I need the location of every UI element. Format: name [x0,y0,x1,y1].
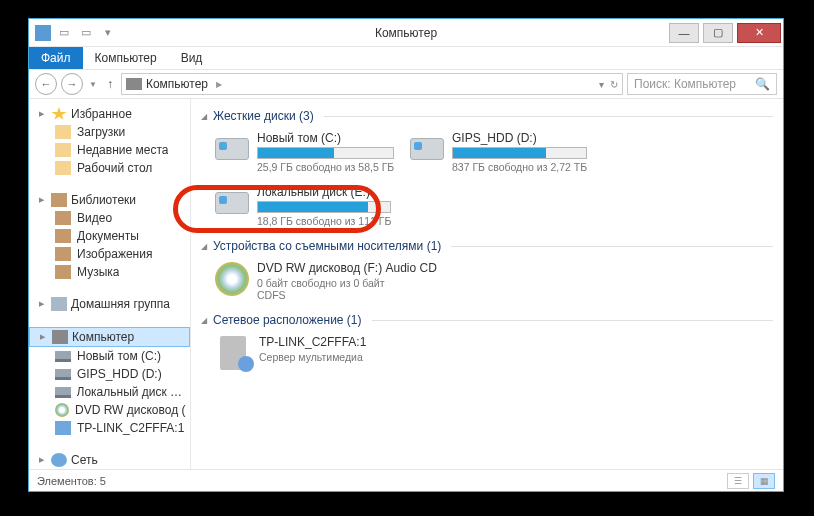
search-input[interactable]: Поиск: Компьютер 🔍 [627,73,777,95]
close-button[interactable]: ✕ [737,23,781,43]
expand-icon[interactable]: ▶ [39,300,47,308]
tab-computer[interactable]: Компьютер [83,47,169,69]
expand-icon[interactable]: ▶ [40,333,48,341]
hdd-icon [215,192,249,214]
window-title: Компьютер [375,26,437,40]
hdd-icon [410,138,444,160]
nav-forward-button[interactable]: → [61,73,83,95]
ribbon-tabs: Файл Компьютер Вид [29,47,783,69]
nav-favorites-header[interactable]: ▶ Избранное [29,105,190,123]
collapse-icon[interactable]: ◢ [201,112,207,121]
content-pane[interactable]: ◢ Жесткие диски (3) Новый том (C:) 25,9 … [191,99,783,469]
nav-item-videos[interactable]: Видео [29,209,190,227]
nav-item-tplink[interactable]: TP-LINK_C2FFFA:1 [29,419,190,437]
navigation-pane[interactable]: ▶ Избранное Загрузки Недавние места Рабо… [29,99,191,469]
star-icon [51,107,67,121]
capacity-bar [257,147,394,159]
group-label: Сетевое расположение (1) [213,313,362,327]
nav-computer-header[interactable]: ▶ Компьютер [29,327,190,347]
address-bar-row: ← → ▼ ↑ Компьютер ▶ ▾ ↻ Поиск: Компьютер… [29,69,783,99]
group-hdd-header[interactable]: ◢ Жесткие диски (3) [201,105,773,127]
computer-icon [126,78,142,90]
system-icon[interactable] [35,25,51,41]
capacity-bar [452,147,587,159]
view-details-button[interactable]: ☰ [727,473,749,489]
folder-icon [55,125,71,139]
address-bar[interactable]: Компьютер ▶ ▾ ↻ [121,73,623,95]
expand-icon[interactable]: ▶ [39,110,47,118]
breadcrumb[interactable]: Компьютер [146,77,208,91]
collapse-icon[interactable]: ◢ [201,316,207,325]
refresh-icon[interactable]: ↻ [610,79,618,90]
group-label: Устройства со съемными носителями (1) [213,239,441,253]
qat-properties-icon[interactable]: ▭ [55,24,73,42]
search-placeholder: Поиск: Компьютер [634,77,736,91]
optical-disc-icon [215,262,249,296]
drive-icon [55,369,71,380]
qat-newfolder-icon[interactable]: ▭ [77,24,95,42]
address-dropdown-icon[interactable]: ▾ [599,79,604,90]
titlebar[interactable]: ▭ ▭ ▾ Компьютер — ▢ ✕ [29,19,783,47]
statusbar: Элементов: 5 ☰ ▦ [29,469,783,491]
view-tiles-button[interactable]: ▦ [753,473,775,489]
drive-icon [55,351,71,362]
chevron-right-icon[interactable]: ▶ [212,80,226,89]
maximize-button[interactable]: ▢ [703,23,733,43]
capacity-bar [257,201,391,213]
nav-item-recent[interactable]: Недавние места [29,141,190,159]
expand-icon[interactable]: ▶ [39,456,47,464]
group-label: Жесткие диски (3) [213,109,314,123]
nav-item-desktop[interactable]: Рабочий стол [29,159,190,177]
nav-item-drive-e[interactable]: Локальный диск (E:) [29,383,190,401]
explorer-window: ▭ ▭ ▾ Компьютер — ▢ ✕ Файл Компьютер Вид… [28,18,784,492]
qat-dropdown-icon[interactable]: ▾ [99,24,117,42]
network-icon [51,453,67,467]
network-item-tplink[interactable]: TP-LINK_C2FFFA:1 Сервер мультимедиа [215,335,390,371]
computer-icon [52,330,68,344]
homegroup-icon [51,297,67,311]
picture-icon [55,247,71,261]
minimize-button[interactable]: — [669,23,699,43]
nav-item-drive-d[interactable]: GIPS_HDD (D:) [29,365,190,383]
folder-icon [55,143,71,157]
nav-item-documents[interactable]: Документы [29,227,190,245]
folder-icon [55,161,71,175]
nav-libraries-header[interactable]: ▶ Библиотеки [29,191,190,209]
video-icon [55,211,71,225]
nav-item-dvd[interactable]: DVD RW дисковод ( [29,401,190,419]
music-icon [55,265,71,279]
nav-homegroup-header[interactable]: ▶ Домашняя группа [29,295,190,313]
disc-icon [55,403,69,417]
item-count: Элементов: 5 [37,475,106,487]
libraries-icon [51,193,67,207]
drive-d[interactable]: GIPS_HDD (D:) 837 ГБ свободно из 2,72 ТБ [410,131,585,173]
group-network-header[interactable]: ◢ Сетевое расположение (1) [201,309,773,331]
drive-c[interactable]: Новый том (C:) 25,9 ГБ свободно из 58,5 … [215,131,390,173]
media-server-icon [220,336,246,370]
nav-history-dropdown[interactable]: ▼ [87,80,99,89]
drive-e[interactable]: Локальный диск (E:) 18,8 ГБ свободно из … [215,185,390,227]
document-icon [55,229,71,243]
collapse-icon[interactable]: ◢ [201,242,207,251]
media-server-icon [55,421,71,435]
nav-item-drive-c[interactable]: Новый том (C:) [29,347,190,365]
expand-icon[interactable]: ▶ [39,196,47,204]
hdd-icon [215,138,249,160]
group-removable-header[interactable]: ◢ Устройства со съемными носителями (1) [201,235,773,257]
drive-dvd[interactable]: DVD RW дисковод (F:) Audio CD 0 байт сво… [215,261,415,301]
nav-item-downloads[interactable]: Загрузки [29,123,190,141]
nav-network-header[interactable]: ▶ Сеть [29,451,190,469]
search-icon: 🔍 [755,77,770,91]
tab-view[interactable]: Вид [169,47,215,69]
drive-icon [55,387,71,398]
nav-item-pictures[interactable]: Изображения [29,245,190,263]
nav-item-music[interactable]: Музыка [29,263,190,281]
tab-file[interactable]: Файл [29,47,83,69]
nav-up-button[interactable]: ↑ [103,77,117,91]
nav-back-button[interactable]: ← [35,73,57,95]
